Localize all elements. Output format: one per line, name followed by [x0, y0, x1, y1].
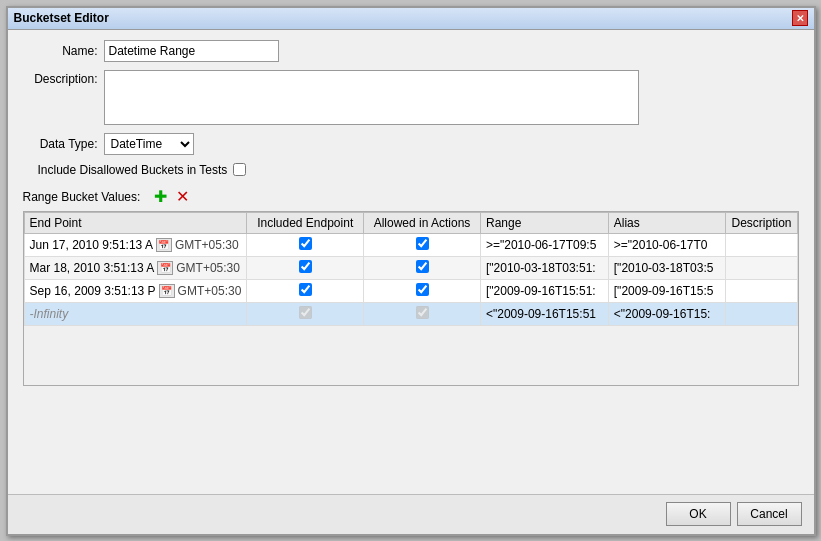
description-cell — [726, 233, 797, 256]
description-cell — [726, 279, 797, 302]
endpoint-cell: -Infinity — [24, 302, 247, 325]
name-input[interactable] — [104, 40, 279, 62]
included-endpoint-cell — [247, 256, 364, 279]
allowed-checkbox[interactable] — [416, 260, 429, 273]
col-header-included: Included Endpoint — [247, 212, 364, 233]
description-textarea[interactable] — [104, 70, 639, 125]
calendar-icon[interactable]: 📅 — [159, 284, 175, 298]
cancel-button[interactable]: Cancel — [737, 502, 802, 526]
allowed-checkbox[interactable] — [416, 237, 429, 250]
endpoint-date: Jun 17, 2010 9:51:13 A — [30, 238, 153, 252]
description-cell — [726, 302, 797, 325]
endpoint-cell: Sep 16, 2009 3:51:13 P 📅 GMT+05:30 — [24, 279, 247, 302]
col-header-alias: Alias — [608, 212, 726, 233]
alias-cell: <"2009-09-16T15: — [608, 302, 726, 325]
endpoint-date: Mar 18, 2010 3:51:13 A — [30, 261, 155, 275]
include-disallowed-row: Include Disallowed Buckets in Tests — [38, 163, 799, 177]
description-label: Description: — [23, 72, 98, 86]
col-header-description: Description — [726, 212, 797, 233]
range-cell: ["2009-09-16T15:51: — [480, 279, 608, 302]
table-row: Mar 18, 2010 3:51:13 A 📅 GMT+05:30 ["201… — [24, 256, 797, 279]
included-checkbox[interactable] — [299, 283, 312, 296]
endpoint-date: Sep 16, 2009 3:51:13 P — [30, 284, 156, 298]
range-cell: >="2010-06-17T09:5 — [480, 233, 608, 256]
col-header-endpoint: End Point — [24, 212, 247, 233]
remove-row-button[interactable]: ✕ — [172, 187, 192, 207]
calendar-icon[interactable]: 📅 — [156, 238, 172, 252]
table-row: Sep 16, 2009 3:51:13 P 📅 GMT+05:30 ["200… — [24, 279, 797, 302]
infinity-label: -Infinity — [30, 307, 69, 321]
close-button[interactable]: ✕ — [792, 10, 808, 26]
datatype-row: Data Type: DateTime String Integer Float — [23, 133, 799, 155]
description-cell — [726, 256, 797, 279]
included-checkbox[interactable] — [299, 260, 312, 273]
add-row-button[interactable]: ✚ — [150, 187, 170, 207]
range-bucket-label: Range Bucket Values: — [23, 190, 141, 204]
range-table-wrapper: End Point Included Endpoint Allowed in A… — [23, 211, 799, 386]
name-row: Name: — [23, 40, 799, 62]
timezone-label: GMT+05:30 — [176, 261, 240, 275]
datatype-label: Data Type: — [23, 137, 98, 151]
calendar-icon[interactable]: 📅 — [157, 261, 173, 275]
included-checkbox[interactable] — [299, 237, 312, 250]
endpoint-cell: Mar 18, 2010 3:51:13 A 📅 GMT+05:30 — [24, 256, 247, 279]
allowed-checkbox[interactable] — [416, 306, 429, 319]
alias-cell: ["2009-09-16T15:5 — [608, 279, 726, 302]
include-disallowed-label: Include Disallowed Buckets in Tests — [38, 163, 228, 177]
included-endpoint-cell — [247, 233, 364, 256]
allowed-checkbox[interactable] — [416, 283, 429, 296]
datatype-select[interactable]: DateTime String Integer Float — [104, 133, 194, 155]
title-bar: Bucketset Editor ✕ — [8, 8, 814, 30]
table-row: Jun 17, 2010 9:51:13 A 📅 GMT+05:30 >="20… — [24, 233, 797, 256]
ok-button[interactable]: OK — [666, 502, 731, 526]
table-header-row: End Point Included Endpoint Allowed in A… — [24, 212, 797, 233]
col-header-range: Range — [480, 212, 608, 233]
endpoint-cell: Jun 17, 2010 9:51:13 A 📅 GMT+05:30 — [24, 233, 247, 256]
dialog-content: Name: Description: Data Type: DateTime S… — [8, 30, 814, 396]
dialog-title: Bucketset Editor — [14, 11, 109, 25]
bucketset-editor-dialog: Bucketset Editor ✕ Name: Description: Da… — [6, 6, 816, 536]
name-label: Name: — [23, 44, 98, 58]
timezone-label: GMT+05:30 — [175, 238, 239, 252]
allowed-actions-cell — [364, 233, 481, 256]
bottom-bar: OK Cancel — [8, 494, 814, 534]
allowed-actions-cell — [364, 279, 481, 302]
alias-cell: >="2010-06-17T0 — [608, 233, 726, 256]
range-cell: ["2010-03-18T03:51: — [480, 256, 608, 279]
description-row: Description: — [23, 70, 799, 125]
table-body: Jun 17, 2010 9:51:13 A 📅 GMT+05:30 >="20… — [24, 233, 797, 325]
alias-cell: ["2010-03-18T03:5 — [608, 256, 726, 279]
allowed-actions-cell — [364, 302, 481, 325]
range-cell: <"2009-09-16T15:51 — [480, 302, 608, 325]
allowed-actions-cell — [364, 256, 481, 279]
included-checkbox[interactable] — [299, 306, 312, 319]
table-row: -Infinity<"2009-09-16T15:51<"2009-09-16T… — [24, 302, 797, 325]
range-header-row: Range Bucket Values: ✚ ✕ — [23, 187, 799, 207]
col-header-allowed: Allowed in Actions — [364, 212, 481, 233]
included-endpoint-cell — [247, 302, 364, 325]
included-endpoint-cell — [247, 279, 364, 302]
range-table: End Point Included Endpoint Allowed in A… — [24, 212, 798, 326]
include-disallowed-checkbox[interactable] — [233, 163, 246, 176]
timezone-label: GMT+05:30 — [178, 284, 242, 298]
